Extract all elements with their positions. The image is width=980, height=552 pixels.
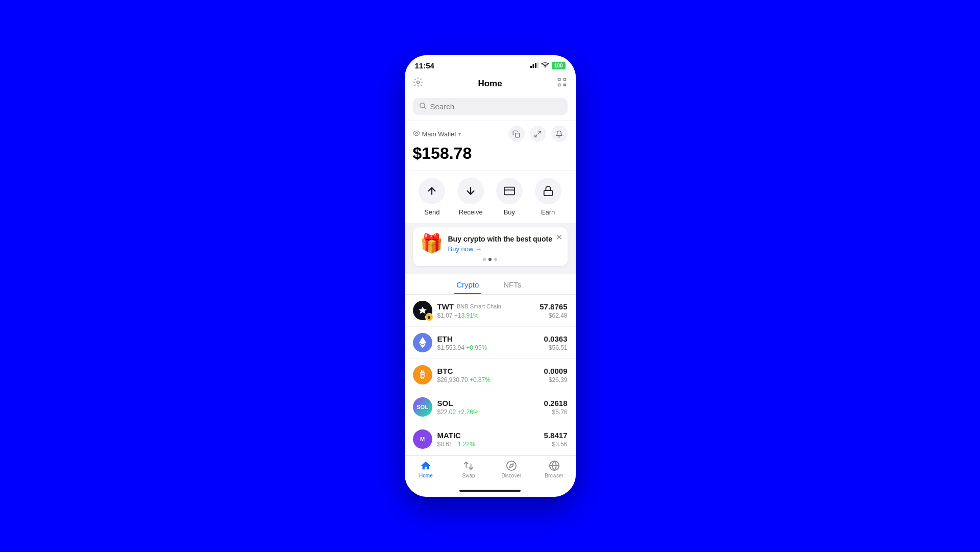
- earn-label: Earn: [541, 208, 555, 216]
- list-item[interactable]: M MATIC $0.61 +1.22% 5.8417 $3.56: [405, 423, 576, 455]
- sol-name-row: SOL: [437, 399, 544, 407]
- nav-home-label: Home: [419, 473, 433, 478]
- promo-dot-1: [483, 258, 486, 261]
- wallet-section: Main Wallet ▾: [405, 121, 576, 170]
- sol-price: $22.02: [437, 409, 456, 416]
- header: Home: [405, 73, 576, 95]
- receive-label: Receive: [459, 208, 483, 216]
- receive-icon-circle: [457, 178, 484, 204]
- nav-discover[interactable]: Discover: [490, 460, 533, 478]
- copy-wallet-button[interactable]: [508, 126, 525, 142]
- svg-line-10: [535, 134, 537, 136]
- btc-symbol: BTC: [437, 367, 453, 375]
- matic-symbol: MATIC: [437, 431, 461, 440]
- earn-button[interactable]: Earn: [535, 178, 561, 216]
- promo-close-button[interactable]: ✕: [556, 232, 562, 242]
- send-icon-circle: [419, 178, 445, 204]
- nav-browser[interactable]: Browser: [533, 460, 576, 478]
- eth-price: $1,553.94: [437, 344, 464, 351]
- tab-crypto[interactable]: Crypto: [446, 274, 491, 294]
- sol-balance: 0.2618 $5.76: [544, 399, 568, 416]
- matic-value: $3.56: [544, 441, 568, 448]
- signal-icon: [530, 62, 538, 69]
- promo-dots: [420, 258, 560, 261]
- settings-icon[interactable]: [413, 77, 423, 90]
- sol-change: +2.76%: [458, 409, 479, 416]
- matic-balance: 5.8417 $3.56: [544, 431, 568, 448]
- sol-logo: SOL: [413, 397, 432, 417]
- btc-value: $26.39: [544, 376, 568, 383]
- eye-icon: [413, 130, 420, 138]
- bnb-chain-badge: B: [425, 313, 433, 321]
- expand-wallet-button[interactable]: [530, 126, 546, 142]
- buy-icon-circle: [496, 178, 523, 204]
- matic-price-row: $0.61 +1.22%: [437, 441, 544, 448]
- battery-badge: 100: [552, 62, 566, 69]
- home-indicator: [405, 487, 576, 497]
- twt-logo: B: [413, 301, 432, 320]
- btc-info: BTC $26,930.70 +0.87%: [437, 367, 544, 383]
- list-item[interactable]: ₿ BTC $26,930.70 +0.87% 0.0009 $26.39: [405, 359, 576, 391]
- list-item[interactable]: SOL SOL $22.02 +2.76% 0.2618 $5.76: [405, 391, 576, 423]
- sol-info: SOL $22.02 +2.76%: [437, 399, 544, 416]
- send-button[interactable]: Send: [419, 178, 445, 216]
- search-input-wrap[interactable]: [413, 98, 568, 115]
- btc-logo: ₿: [413, 365, 432, 385]
- promo-title: Buy crypto with the best quote: [448, 235, 553, 243]
- wallet-name: Main Wallet: [422, 130, 456, 138]
- promo-emoji: 🎁: [420, 234, 443, 253]
- wallet-actions: [508, 126, 568, 142]
- eth-change: +0.95%: [466, 344, 487, 351]
- buy-button[interactable]: Buy: [496, 178, 523, 216]
- send-label: Send: [424, 208, 439, 216]
- search-input[interactable]: [430, 102, 561, 111]
- matic-amount: 5.8417: [544, 431, 568, 440]
- twt-amount: 57.8765: [540, 302, 567, 311]
- list-item[interactable]: B TWT BNB Smart Chain $1.07 +13.91% 57.8…: [405, 295, 576, 327]
- twt-price: $1.07: [437, 312, 453, 319]
- status-icons: 100: [530, 62, 566, 69]
- eth-price-row: $1,553.94 +0.95%: [437, 344, 544, 351]
- btc-price-row: $26,930.70 +0.87%: [437, 376, 544, 383]
- twt-chain: BNB Smart Chain: [457, 303, 501, 309]
- eth-symbol: ETH: [437, 334, 453, 343]
- promo-cta-button[interactable]: Buy now →: [448, 245, 553, 253]
- eth-value: $56.51: [544, 344, 568, 351]
- svg-line-9: [538, 131, 541, 133]
- search-icon: [419, 102, 426, 111]
- scan-icon[interactable]: [557, 77, 567, 90]
- home-bar: [459, 490, 521, 492]
- promo-content: 🎁 Buy crypto with the best quote Buy now…: [420, 234, 560, 253]
- promo-text-block: Buy crypto with the best quote Buy now →: [448, 235, 553, 253]
- svg-rect-1: [532, 64, 534, 68]
- svg-rect-0: [530, 66, 532, 68]
- svg-point-18: [507, 461, 516, 470]
- buy-label: Buy: [504, 208, 515, 216]
- svg-point-5: [416, 81, 419, 84]
- receive-button[interactable]: Receive: [457, 178, 484, 216]
- promo-dot-3: [494, 258, 497, 261]
- nav-browser-label: Browser: [545, 473, 564, 478]
- eth-logo: [413, 333, 432, 352]
- wallet-name-row[interactable]: Main Wallet ▾: [413, 130, 461, 138]
- twt-symbol: TWT: [437, 302, 454, 311]
- nav-swap[interactable]: Swap: [447, 460, 490, 478]
- btc-price: $26,930.70: [437, 376, 468, 383]
- nav-home[interactable]: Home: [405, 460, 448, 478]
- matic-price: $0.61: [437, 441, 453, 448]
- twt-value: $62.48: [540, 312, 567, 319]
- bell-button[interactable]: [551, 126, 568, 142]
- chevron-down-icon: ▾: [458, 131, 461, 137]
- svg-rect-15: [544, 190, 552, 196]
- crypto-list: B TWT BNB Smart Chain $1.07 +13.91% 57.8…: [405, 295, 576, 455]
- wallet-balance: $158.78: [413, 144, 568, 163]
- list-item[interactable]: ETH $1,553.94 +0.95% 0.0363 $56.51: [405, 327, 576, 359]
- svg-rect-2: [535, 63, 536, 68]
- phone-frame: 11:54 100: [405, 55, 576, 497]
- eth-balance: 0.0363 $56.51: [544, 334, 568, 351]
- svg-rect-8: [516, 133, 520, 137]
- sol-symbol: SOL: [437, 399, 453, 407]
- twt-change: +13.91%: [454, 312, 479, 319]
- earn-icon-circle: [535, 178, 561, 204]
- tab-nfts[interactable]: NFTs: [490, 274, 535, 294]
